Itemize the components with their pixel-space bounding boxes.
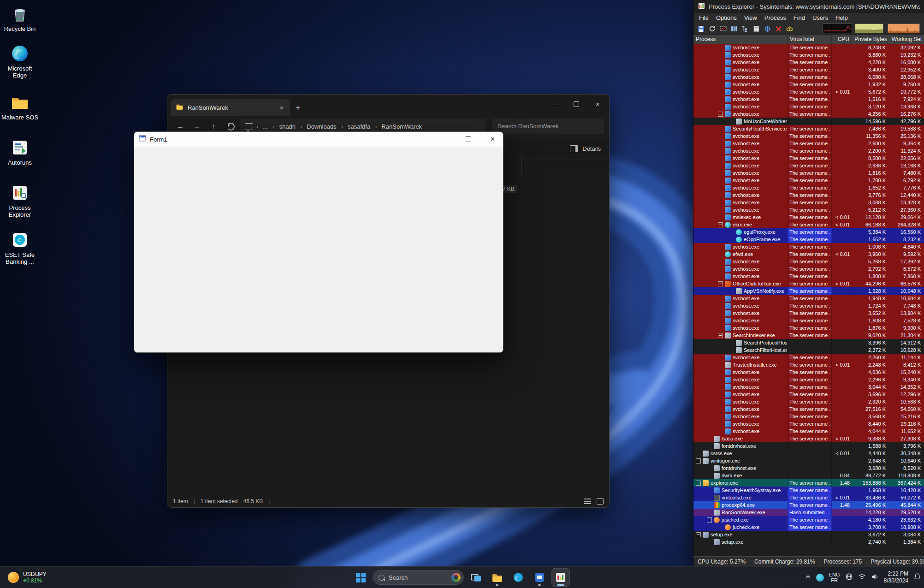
- close-button[interactable]: ×: [587, 95, 608, 114]
- properties-icon[interactable]: [752, 24, 761, 33]
- show-process-tree-icon[interactable]: [740, 24, 750, 33]
- breadcrumb-item-downloads[interactable]: Downloads: [303, 122, 339, 131]
- process-row-setup-exe[interactable]: setup.exe3,672 K3,084 K: [693, 531, 924, 538]
- desktop-icon-microsoft-edge[interactable]: Microsoft Edge: [0, 43, 40, 79]
- process-row-fontdrvhost-exe[interactable]: fontdrvhost.exe3,680 K8,520 K: [693, 464, 924, 472]
- process-row-svchost-exe[interactable]: svchost.exeThe server name ...27,516 K54…: [693, 405, 924, 413]
- process-row-securityhealthsystray-exe[interactable]: SecurityHealthSystray.exeThe server name…: [693, 487, 924, 494]
- find-handle-icon[interactable]: [785, 24, 794, 33]
- process-row-eguiproxy-exe[interactable]: eguiProxy.exeThe server name ...5,384 K1…: [693, 228, 924, 236]
- commit-history-graph[interactable]: [855, 24, 883, 33]
- column-header-cpu[interactable]: CPU: [832, 35, 852, 44]
- process-row-dwm-exe[interactable]: dwm.exe0.8489,772 K118,808 K: [693, 472, 924, 479]
- task-view-button[interactable]: [467, 568, 485, 587]
- explorer-tab[interactable]: RanSomWarek ×: [171, 99, 290, 116]
- procexp-title-bar[interactable]: Process Explorer - Sysinternals: www.sys…: [693, 0, 924, 13]
- process-row-svchost-exe[interactable]: svchost.exeThe server name ...4,044 K11,…: [693, 428, 924, 435]
- forward-button[interactable]: →: [190, 122, 204, 131]
- process-row-svchost-exe[interactable]: svchost.exeThe server name ...3,652 K13,…: [693, 309, 924, 317]
- process-row-searchprotocolhost-e-[interactable]: SearchProtocolHost.e...3,396 K14,912 K: [693, 339, 924, 346]
- wifi-icon[interactable]: [858, 573, 866, 582]
- process-row-svchost-exe[interactable]: svchost.exeThe server name ...3,776 K12,…: [693, 191, 924, 199]
- tree-collapse-box[interactable]: [718, 281, 723, 286]
- process-row-searchindexer-exe[interactable]: SearchIndexer.exeThe server name ...9,02…: [693, 332, 924, 339]
- tab-close-icon[interactable]: ×: [278, 104, 285, 112]
- language-switcher[interactable]: ENG FR: [829, 572, 840, 583]
- process-row-svchost-exe[interactable]: svchost.exeThe server name ...3,696 K12,…: [693, 391, 924, 398]
- process-row-svchost-exe[interactable]: svchost.exeThe server name ...3,044 K14,…: [693, 383, 924, 391]
- process-row-svchost-exe[interactable]: svchost.exeThe server name ...3,088 K13,…: [693, 199, 924, 206]
- process-row-searchfilterhost-exe[interactable]: SearchFilterHost.exe2,372 K10,628 K: [693, 346, 924, 354]
- process-row-svchost-exe[interactable]: svchost.exeThe server name ...11,356 K25…: [693, 132, 924, 140]
- select-columns-icon[interactable]: [729, 24, 739, 33]
- refresh-icon[interactable]: [707, 24, 717, 33]
- process-row-mousocoreworker-exe[interactable]: MoUsoCoreWorker.exe14,596 K42,796 K: [693, 118, 924, 125]
- start-button[interactable]: [351, 568, 370, 587]
- process-row-svchost-exe[interactable]: svchost.exeThe server name ...2,936 K13,…: [693, 162, 924, 169]
- tree-collapse-box[interactable]: [696, 481, 701, 486]
- process-row-svchost-exe[interactable]: svchost.exeThe server name ...3,120 K13,…: [693, 103, 924, 110]
- process-row-csrss-exe[interactable]: csrss.exe< 0.014,448 K30,348 K: [693, 450, 924, 457]
- process-row-svchost-exe[interactable]: svchost.exeThe server name ...3,880 K19,…: [693, 51, 924, 59]
- io-history-graph[interactable]: [888, 24, 920, 33]
- tray-chevron-up-icon[interactable]: [805, 573, 811, 582]
- process-row-svchost-exe[interactable]: svchost.exeThe server name ...4,256 K16,…: [693, 110, 924, 118]
- tree-collapse-box[interactable]: [707, 517, 712, 523]
- search-box[interactable]: Search RanSomWarek: [492, 119, 604, 134]
- process-row-svchost-exe[interactable]: svchost.exeThe server name ...1,724 K7,7…: [693, 302, 924, 309]
- tree-collapse-box[interactable]: [696, 532, 701, 537]
- process-row-svchost-exe[interactable]: svchost.exeThe server name ...< 0.015,67…: [693, 88, 924, 95]
- process-row-svchost-exe[interactable]: svchost.exeThe server name ...1,816 K7,4…: [693, 169, 924, 177]
- volume-icon[interactable]: [871, 573, 879, 582]
- process-row-svchost-exe[interactable]: svchost.exeThe server name ...2,792 K8,5…: [693, 265, 924, 273]
- menu-item-view[interactable]: View: [740, 14, 761, 21]
- new-tab-button[interactable]: +: [296, 103, 301, 113]
- menu-item-help[interactable]: Help: [832, 14, 852, 21]
- back-button[interactable]: ←: [173, 122, 188, 131]
- save-icon[interactable]: [696, 24, 705, 33]
- breadcrumb-item-shadn[interactable]: shadn: [276, 122, 299, 131]
- taskbar-form1-app[interactable]: [530, 568, 549, 587]
- process-row-appvshnotify-exe[interactable]: AppVShNotify.exeThe server name ...1,928…: [693, 287, 924, 295]
- system-information-icon[interactable]: [718, 24, 728, 33]
- desktop-icon-recycle-bin[interactable]: Recycle Bin: [0, 4, 40, 32]
- breadcrumb-item-ransomwarek[interactable]: RanSomWarek: [378, 122, 425, 131]
- kill-process-icon[interactable]: [774, 24, 783, 33]
- process-row-svchost-exe[interactable]: svchost.exeThe server name ...5,212 K27,…: [693, 206, 924, 214]
- large-icons-view-button[interactable]: [597, 498, 604, 505]
- tree-collapse-box[interactable]: [718, 222, 723, 227]
- process-row-svchost-exe[interactable]: svchost.exeThe server name ...1,876 K9,9…: [693, 324, 924, 332]
- process-row-svchost-exe[interactable]: svchost.exeThe server name ...8,500 K22,…: [693, 154, 924, 162]
- process-row-eoppframe-exe[interactable]: eOppFrame.exeThe server name ...1,652 K8…: [693, 236, 924, 243]
- process-row-trustedinstaller-exe[interactable]: TrustedInstaller.exeThe server name ...<…: [693, 361, 924, 368]
- process-row-svchost-exe[interactable]: svchost.exeThe server name ...8,440 K29,…: [693, 420, 924, 428]
- process-row-setup-exe[interactable]: setup.exe2,740 K1,384 K: [693, 538, 924, 546]
- process-row-svchost-exe[interactable]: svchost.exeThe server name ...2,200 K11,…: [693, 147, 924, 154]
- menu-item-users[interactable]: Users: [809, 14, 832, 21]
- process-row-svchost-exe[interactable]: svchost.exeThe server name ...1,808 K7,8…: [693, 273, 924, 280]
- process-row-svchost-exe[interactable]: svchost.exeThe server name ...1,932 K9,7…: [693, 81, 924, 88]
- process-row-svchost-exe[interactable]: svchost.exeThe server name ...1,652 K7,7…: [693, 184, 924, 191]
- tree-collapse-box[interactable]: [696, 458, 701, 463]
- process-row-svchost-exe[interactable]: svchost.exeThe server name ...2,320 K10,…: [693, 398, 924, 405]
- taskbar-process-explorer[interactable]: [551, 568, 570, 587]
- desktop-icon-autoruns[interactable]: Autoruns: [0, 137, 40, 166]
- process-row-svchost-exe[interactable]: svchost.exeThe server name ...5,268 K17,…: [693, 258, 924, 265]
- process-row-svchost-exe[interactable]: svchost.exeThe server name ...2,260 K11,…: [693, 354, 924, 361]
- process-row-ransomwarek-exe[interactable]: RanSomWarek.exeHash submitted ...14,228 …: [693, 509, 924, 516]
- process-row-procexp64-exe[interactable]: procexp64.exeThe server name ...1.4825,4…: [693, 501, 924, 509]
- breadcrumb-item-sasafdfa[interactable]: sasafdfa: [344, 122, 373, 131]
- minimize-button[interactable]: –: [545, 95, 566, 114]
- network-globe-icon[interactable]: [845, 573, 853, 582]
- details-view-button[interactable]: [584, 499, 591, 504]
- notification-bell-icon[interactable]: [913, 573, 921, 582]
- process-row-officeclicktorun-exe[interactable]: OfficeClickToRun.exeThe server name ...<…: [693, 280, 924, 287]
- column-header-virustotal[interactable]: VirusTotal: [788, 35, 832, 44]
- process-row-svchost-exe[interactable]: svchost.exeThe server name ...1,788 K6,7…: [693, 177, 924, 184]
- tree-collapse-box[interactable]: [718, 112, 723, 117]
- taskbar-clock[interactable]: 2:22 PM 8/30/2024: [884, 570, 908, 584]
- taskbar-file-explorer[interactable]: [488, 568, 506, 587]
- cpu-usage-graph[interactable]: [823, 24, 852, 33]
- process-row-svchost-exe[interactable]: svchost.exeThe server name ...1,948 K10,…: [693, 295, 924, 302]
- menu-item-find[interactable]: Find: [790, 14, 809, 21]
